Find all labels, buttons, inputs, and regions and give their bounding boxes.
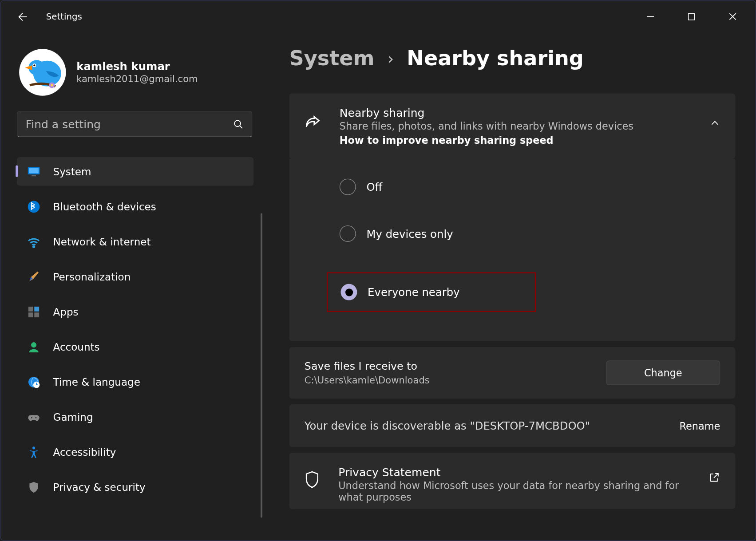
avatar-bird-icon <box>19 50 66 96</box>
sidebar-item-apps[interactable]: Apps <box>17 297 253 326</box>
sidebar-item-label: Accessibility <box>53 446 116 458</box>
nearby-sharing-options: Off My devices only Everyone nearby <box>289 159 736 341</box>
sidebar-item-bluetooth[interactable]: Bluetooth & devices <box>17 192 253 221</box>
breadcrumb-current: Nearby sharing <box>407 47 583 70</box>
card-link[interactable]: How to improve nearby sharing speed <box>340 134 692 146</box>
accessibility-icon <box>28 446 40 458</box>
bluetooth-icon <box>28 200 40 213</box>
minimize-icon <box>647 13 654 20</box>
maximize-icon <box>688 13 695 20</box>
user-email: kamlesh2011@gmail.com <box>76 74 198 85</box>
sidebar-item-label: Network & internet <box>53 236 151 247</box>
sidebar-item-label: Privacy & security <box>53 481 146 493</box>
sidebar-item-privacy[interactable]: Privacy & security <box>17 473 253 502</box>
radio-off[interactable]: Off <box>340 179 720 195</box>
shield-icon <box>28 481 40 494</box>
save-path: C:\Users\kamle\Downloads <box>305 375 430 386</box>
sidebar-item-label: Personalization <box>53 271 131 282</box>
discoverable-text: Your device is discoverable as "DESKTOP-… <box>305 419 590 432</box>
radio-indicator <box>340 284 357 300</box>
svg-point-18 <box>31 342 36 347</box>
content-area: System › Nearby sharing Nearby sharing S… <box>257 32 756 541</box>
minimize-button[interactable] <box>637 7 664 26</box>
privacy-title: Privacy Statement <box>338 466 692 478</box>
close-button[interactable] <box>719 7 746 26</box>
app-title: Settings <box>46 11 637 22</box>
svg-point-21 <box>31 417 32 418</box>
privacy-statement-card[interactable]: Privacy Statement Understand how Microso… <box>289 453 736 509</box>
paintbrush-icon <box>28 270 40 283</box>
svg-rect-15 <box>34 306 39 311</box>
titlebar: Settings <box>0 0 756 32</box>
avatar <box>19 49 66 95</box>
clock-globe-icon <box>28 375 40 388</box>
svg-rect-14 <box>28 306 33 311</box>
back-button[interactable] <box>11 5 35 28</box>
search-icon <box>233 119 244 130</box>
rename-link[interactable]: Rename <box>679 420 720 431</box>
radio-label: Off <box>366 181 382 193</box>
apps-icon <box>28 305 40 318</box>
radio-label: My devices only <box>366 228 453 240</box>
sidebar-item-label: Accounts <box>53 341 100 352</box>
privacy-desc: Understand how Microsoft uses your data … <box>338 480 692 503</box>
save-location-card: Save files I receive to C:\Users\kamle\D… <box>289 347 736 399</box>
back-arrow-icon <box>16 10 29 23</box>
svg-point-5 <box>33 64 35 66</box>
sidebar-item-personalization[interactable]: Personalization <box>17 262 253 291</box>
svg-rect-11 <box>32 175 36 176</box>
radio-label: Everyone nearby <box>368 286 460 298</box>
svg-rect-0 <box>647 16 654 17</box>
privacy-shield-icon <box>303 470 321 490</box>
wifi-icon <box>28 235 40 248</box>
radio-everyone-nearby[interactable]: Everyone nearby <box>327 272 536 312</box>
user-name: kamlesh kumar <box>76 60 198 72</box>
sidebar-item-accessibility[interactable]: Accessibility <box>17 438 253 466</box>
svg-point-22 <box>35 417 36 418</box>
breadcrumb: System › Nearby sharing <box>289 47 736 70</box>
sidebar-item-accounts[interactable]: Accounts <box>17 332 253 361</box>
breadcrumb-root[interactable]: System <box>289 47 375 70</box>
sidebar-item-label: System <box>53 166 91 177</box>
user-profile[interactable]: kamlesh kumar kamlesh2011@gmail.com <box>19 49 249 95</box>
gamepad-icon <box>28 411 40 423</box>
sidebar-item-gaming[interactable]: Gaming <box>17 403 253 431</box>
svg-point-7 <box>51 84 53 86</box>
svg-rect-1 <box>689 13 695 20</box>
save-title: Save files I receive to <box>305 360 430 372</box>
chevron-up-icon <box>710 118 720 129</box>
card-subtitle: Share files, photos, and links with near… <box>340 120 692 132</box>
share-icon <box>303 115 322 133</box>
sidebar-item-network[interactable]: Network & internet <box>17 227 253 256</box>
svg-point-23 <box>32 446 35 449</box>
change-button[interactable]: Change <box>606 360 720 385</box>
external-link-icon <box>709 472 720 483</box>
maximize-button[interactable] <box>678 7 705 26</box>
svg-point-13 <box>33 245 34 247</box>
sidebar: kamlesh kumar kamlesh2011@gmail.com Syst… <box>0 32 257 541</box>
discoverable-card: Your device is discoverable as "DESKTOP-… <box>289 404 736 447</box>
search-box[interactable] <box>17 111 253 137</box>
close-icon <box>728 13 736 20</box>
nearby-sharing-card[interactable]: Nearby sharing Share files, photos, and … <box>289 93 736 159</box>
system-icon <box>28 165 40 178</box>
svg-rect-10 <box>29 168 39 173</box>
sidebar-item-system[interactable]: System <box>17 157 253 186</box>
sidebar-item-label: Time & language <box>53 376 140 387</box>
sidebar-item-time[interactable]: Time & language <box>17 367 253 396</box>
sidebar-item-label: Apps <box>53 306 79 317</box>
card-title: Nearby sharing <box>340 106 692 119</box>
search-input[interactable] <box>26 118 234 130</box>
radio-indicator <box>340 225 356 242</box>
person-icon <box>28 340 40 353</box>
radio-indicator <box>340 179 356 195</box>
radio-my-devices[interactable]: My devices only <box>340 225 720 242</box>
chevron-right-icon: › <box>388 49 394 68</box>
svg-point-8 <box>234 120 241 126</box>
svg-rect-16 <box>28 312 33 317</box>
sidebar-item-label: Bluetooth & devices <box>53 201 156 212</box>
svg-rect-17 <box>34 312 39 317</box>
sidebar-item-label: Gaming <box>53 411 93 423</box>
sidebar-scrollbar[interactable] <box>261 213 262 517</box>
